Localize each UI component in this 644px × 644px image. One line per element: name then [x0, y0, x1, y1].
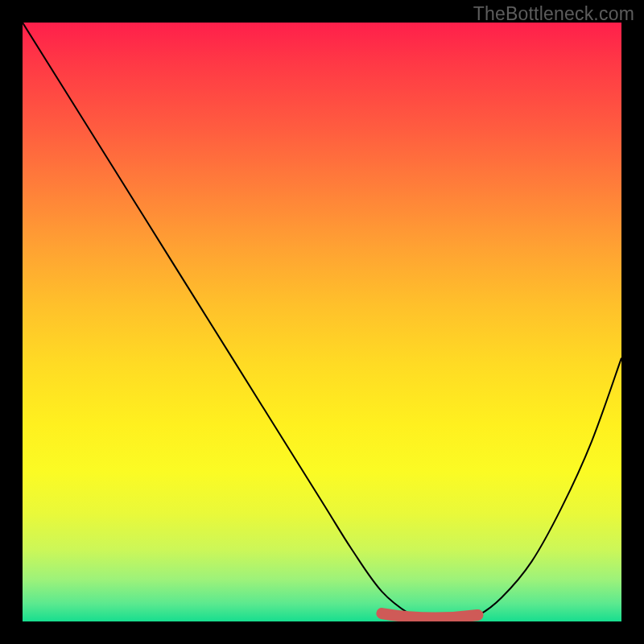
bottleneck-curve: [23, 23, 621, 621]
chart-frame: TheBottleneck.com: [0, 0, 644, 644]
plot-area: [23, 23, 621, 621]
curve-layer: [23, 23, 621, 621]
emphasis-band: [382, 613, 477, 618]
watermark-text: TheBottleneck.com: [473, 3, 634, 25]
